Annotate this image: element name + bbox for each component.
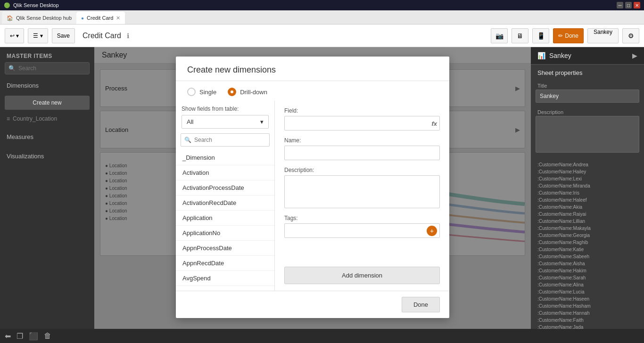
fields-dropdown-value: All	[187, 118, 193, 125]
bottom-delete-icon[interactable]: 🗑	[44, 332, 51, 340]
expand-icon[interactable]: ▶	[632, 52, 637, 59]
field-item-application[interactable]: Application	[176, 211, 274, 226]
sidebar-item-visualizations[interactable]: Visualizations	[0, 149, 94, 163]
fields-search-input[interactable]	[181, 133, 270, 147]
tags-add-button[interactable]: +	[427, 226, 437, 236]
field-item-activationrecddate[interactable]: ActivationRecdDate	[176, 196, 274, 211]
create-dimensions-modal: Create new dimensions Single Drill-down	[176, 57, 449, 318]
radio-drilldown[interactable]: Drill-down	[228, 88, 267, 96]
modal-overlay: Create new dimensions Single Drill-down	[94, 47, 531, 343]
customer-name-faith: :CustomerName:Faith	[537, 317, 637, 324]
creditcard-tab[interactable]: ● Credit Card ✕	[76, 12, 125, 24]
sheet-props-title: Sheet properties	[531, 65, 644, 81]
name-form-group: Name:	[284, 137, 440, 160]
prop-title-input[interactable]	[536, 90, 639, 103]
sidebar-item-measures[interactable]: Measures	[0, 130, 94, 144]
fields-dropdown[interactable]: All ▾	[182, 115, 269, 129]
customer-name-aisha: :CustomerName:Aisha	[537, 260, 637, 267]
radio-group: Single Drill-down	[176, 81, 449, 101]
bottom-bar: ⬅ ❐ ⬛ 🗑	[0, 329, 644, 343]
customer-name-sarah: :CustomerName:Sarah	[537, 274, 637, 281]
customer-name-raiyai: :CustomerName:Raiyai	[537, 211, 637, 218]
monitor-button[interactable]: 🖥	[512, 28, 528, 43]
field-form-group: Field: fx	[284, 107, 440, 131]
app-toolbar: ↩ ▾ ☰ ▾ Save Credit Card ℹ 📷 🖥 📱 ✏ Done …	[0, 24, 644, 47]
right-sidebar-header: 📊 Sankey ▶	[531, 47, 644, 65]
field-item-appnrecddate[interactable]: AppnRecdDate	[176, 256, 274, 271]
main-layout: Master items 🔍 Dimensions Create new ≡ C…	[0, 47, 644, 343]
bottom-stop-icon[interactable]: ⬛	[29, 332, 38, 341]
bottom-copy-icon[interactable]: ❐	[17, 332, 23, 341]
edit-icon: ✏	[558, 33, 563, 39]
customer-name-akia: :CustomerName:Akia	[537, 204, 637, 211]
done-modal-button[interactable]: Done	[402, 297, 440, 312]
sidebar-item-dimensions[interactable]: Dimensions	[0, 78, 94, 93]
field-input[interactable]	[284, 116, 440, 131]
sankey-chart-icon: 📊	[537, 52, 545, 59]
creditcard-tab-close[interactable]: ✕	[116, 15, 120, 21]
undo-button[interactable]: ↩ ▾	[5, 28, 24, 43]
field-item-activationprocessdate[interactable]: ActivationProcessDate	[176, 180, 274, 196]
search-box: 🔍	[5, 62, 90, 74]
create-new-button[interactable]: Create new	[5, 96, 90, 110]
radio-single-circle	[187, 88, 196, 96]
country-location-label: Country_Location	[13, 115, 57, 122]
fields-dropdown-arrow: ▾	[260, 118, 264, 125]
app-icon: 🟢	[4, 2, 10, 8]
customer-name-hailey: :CustomerName:Hailey	[537, 168, 637, 175]
title-bar-text: Qlik Sense Desktop	[13, 2, 59, 8]
grid-button[interactable]: ☰ ▾	[28, 28, 48, 43]
hub-tab-icon: 🏠	[7, 15, 13, 21]
done-button[interactable]: ✏ Done	[553, 28, 584, 43]
customer-name-raghib: :CustomerName:Raghib	[537, 239, 637, 246]
radio-single[interactable]: Single	[187, 88, 216, 96]
field-item-dimension[interactable]: _Dimension	[176, 150, 274, 165]
field-item-avgspend[interactable]: AvgSpend	[176, 271, 274, 286]
tags-form-group: Tags: +	[284, 215, 440, 238]
save-button[interactable]: Save	[52, 28, 75, 43]
bottom-back-icon[interactable]: ⬅	[5, 332, 11, 341]
description-form-group: Description:	[284, 167, 440, 208]
field-item-activation[interactable]: Activation	[176, 165, 274, 180]
close-button[interactable]: ✕	[634, 2, 640, 8]
tags-input-container: +	[284, 223, 440, 238]
settings-button[interactable]: ⚙	[622, 28, 639, 43]
master-items-title: Master items	[0, 47, 94, 62]
hub-tab-label: Qlik Sense Desktop hub	[16, 15, 72, 21]
field-label: Field:	[284, 107, 440, 114]
modal-title: Create new dimensions	[187, 65, 438, 75]
search-input[interactable]	[5, 62, 90, 74]
country-location-item[interactable]: ≡ Country_Location	[0, 113, 94, 125]
device-button[interactable]: 📱	[532, 28, 549, 43]
fields-search-icon: 🔍	[184, 137, 191, 143]
customer-name-lexi: :CustomerName:Lexi	[537, 175, 637, 182]
field-item-appnprocessdate[interactable]: AppnProcessDate	[176, 241, 274, 256]
customer-name-lucia: :CustomerName:Lucia	[537, 288, 637, 295]
radio-drilldown-circle	[228, 88, 236, 96]
camera-button[interactable]: 📷	[491, 28, 508, 43]
modal-left-panel: Show fields from table: All ▾ 🔍 _Dimensi…	[176, 101, 275, 291]
description-label: Description:	[284, 167, 440, 173]
add-dimension-button[interactable]: Add dimension	[284, 267, 440, 284]
right-sidebar: 📊 Sankey ▶ Sheet properties Title Descri…	[531, 47, 644, 343]
field-input-container: fx	[284, 116, 440, 131]
customer-name-miranda: :CustomerName:Miranda	[537, 182, 637, 189]
customer-name-hannah: :CustomerName:Hannah	[537, 310, 637, 317]
description-textarea[interactable]	[284, 175, 440, 208]
prop-description-textarea[interactable]	[536, 116, 639, 153]
fx-button[interactable]: fx	[431, 120, 437, 127]
customer-name-makayla: :CustomerName:Makayla	[537, 225, 637, 232]
tags-input[interactable]	[284, 223, 440, 238]
name-label: Name:	[284, 137, 440, 144]
creditcard-tab-label: Credit Card	[87, 15, 113, 21]
tags-label: Tags:	[284, 215, 440, 221]
user-button[interactable]: Sankey	[587, 28, 619, 43]
maximize-button[interactable]: □	[625, 2, 632, 8]
modal-body: Show fields from table: All ▾ 🔍 _Dimensi…	[176, 101, 449, 291]
customer-name-katie: :CustomerName:Katie	[537, 246, 637, 253]
minimize-button[interactable]: ─	[617, 2, 623, 8]
fields-search: 🔍	[181, 133, 270, 147]
field-item-applicationno[interactable]: ApplicationNo	[176, 226, 274, 241]
hub-tab[interactable]: 🏠 Qlik Sense Desktop hub	[2, 12, 76, 24]
name-input[interactable]	[284, 146, 440, 160]
